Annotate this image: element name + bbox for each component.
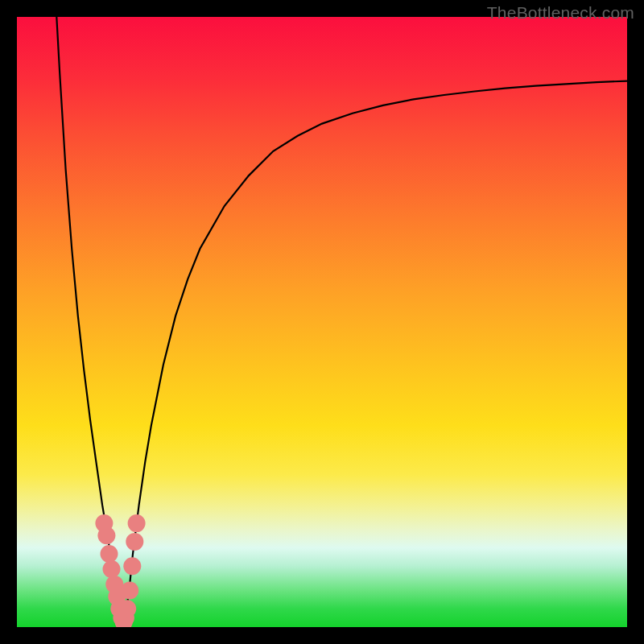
marker-dot (101, 545, 118, 563)
marker-dot (97, 526, 115, 544)
marker-dot (118, 600, 136, 617)
watermark-text: TheBottleneck.com (487, 3, 634, 23)
chart-plot-area (17, 17, 627, 627)
marker-dot (126, 533, 143, 551)
marker-dot (123, 557, 141, 575)
marker-dot (103, 560, 121, 578)
chart-frame: TheBottleneck.com (0, 0, 644, 644)
marker-dot (128, 514, 146, 532)
marker-cluster (95, 514, 145, 627)
chart-svg (17, 17, 627, 627)
marker-dot (121, 582, 138, 600)
curve-right-branch (124, 81, 627, 627)
